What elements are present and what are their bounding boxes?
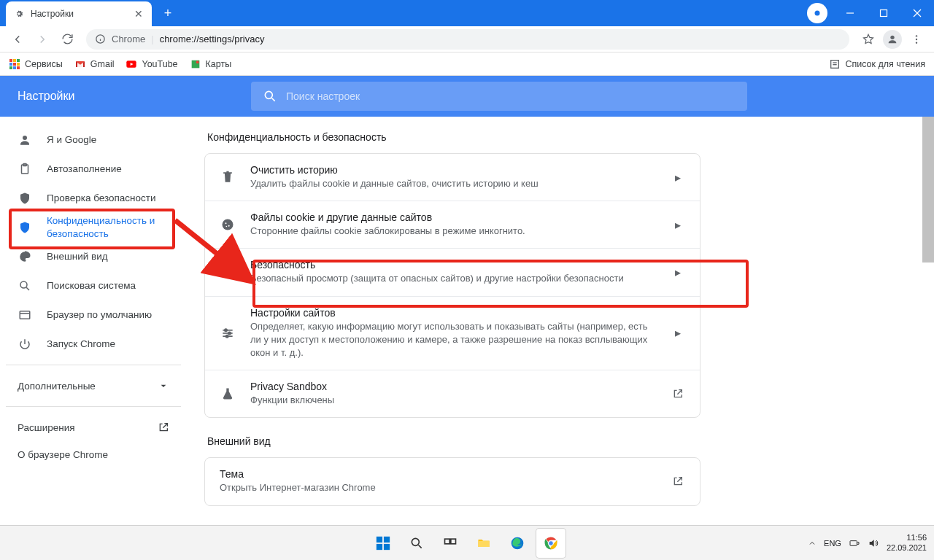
bookmark-youtube[interactable]: YouTube bbox=[126, 58, 177, 70]
row-subtitle: Сторонние файлы cookie заблокированы в р… bbox=[250, 225, 656, 238]
browser-tab[interactable]: Настройки ✕ bbox=[6, 1, 152, 26]
profile-avatar[interactable] bbox=[883, 30, 902, 49]
sidebar-item-label: Я и Google bbox=[47, 133, 96, 147]
gmail-icon bbox=[74, 58, 86, 70]
sidebar-extensions[interactable]: Расширения bbox=[6, 413, 181, 442]
svg-point-19 bbox=[23, 136, 27, 140]
svg-line-18 bbox=[272, 98, 275, 101]
sliders-icon bbox=[220, 325, 236, 341]
svg-point-27 bbox=[225, 223, 227, 225]
reading-list[interactable]: Список для чтения bbox=[829, 58, 925, 70]
chevron-right-icon: ▸ bbox=[671, 265, 685, 279]
new-tab-button[interactable]: + bbox=[158, 3, 178, 23]
url-separator: | bbox=[151, 34, 153, 44]
sidebar-item-label: Автозаполнение bbox=[47, 163, 122, 176]
cookie-icon bbox=[220, 217, 236, 233]
sidebar-divider bbox=[6, 365, 181, 365]
address-bar[interactable]: Chrome | chrome://settings/privacy bbox=[86, 29, 849, 50]
browser-toolbar: Chrome | chrome://settings/privacy bbox=[0, 26, 934, 52]
row-theme[interactable]: Тема Открыть Интернет-магазин Chrome bbox=[205, 458, 700, 505]
svg-rect-50 bbox=[850, 540, 857, 545]
sidebar-item-autofill[interactable]: Автозаполнение bbox=[6, 155, 181, 184]
svg-point-11 bbox=[916, 42, 917, 43]
forward-button[interactable] bbox=[31, 28, 54, 51]
settings-search[interactable] bbox=[251, 82, 747, 111]
row-cookies[interactable]: Файлы cookie и другие данные сайтов Стор… bbox=[205, 201, 700, 249]
window-controls bbox=[833, 0, 934, 26]
tray-date: 22.09.2021 bbox=[887, 543, 927, 553]
svg-rect-39 bbox=[377, 543, 382, 549]
menu-button[interactable] bbox=[905, 28, 928, 51]
row-clear-browsing-data[interactable]: Очистить историю Удалить файлы cookie и … bbox=[205, 154, 700, 201]
tray-clock[interactable]: 11:56 22.09.2021 bbox=[887, 533, 927, 552]
sidebar-item-label: Поисковая система bbox=[47, 279, 136, 292]
start-button[interactable] bbox=[368, 529, 398, 558]
reload-button[interactable] bbox=[55, 28, 79, 51]
sidebar-item-you-and-google[interactable]: Я и Google bbox=[6, 125, 181, 155]
reading-list-label: Список для чтения bbox=[845, 59, 925, 69]
scrollbar-thumb[interactable] bbox=[922, 117, 934, 262]
row-security[interactable]: Безопасность Безопасный просмотр (защита… bbox=[205, 249, 700, 296]
row-subtitle: Открыть Интернет-магазин Chrome bbox=[220, 481, 656, 494]
search-input[interactable] bbox=[286, 90, 736, 102]
sidebar-advanced-label: Дополнительные bbox=[18, 381, 96, 392]
row-site-settings[interactable]: Настройки сайтов Определяет, какую инфор… bbox=[205, 297, 700, 371]
sidebar-item-on-startup[interactable]: Запуск Chrome bbox=[6, 330, 181, 359]
close-window-button[interactable] bbox=[900, 0, 934, 26]
row-title: Файлы cookie и другие данные сайтов bbox=[250, 211, 656, 223]
search-icon bbox=[263, 89, 277, 104]
svg-point-13 bbox=[196, 61, 198, 63]
row-subtitle: Функции включены bbox=[250, 394, 656, 407]
bookmark-star-icon[interactable] bbox=[857, 28, 880, 51]
svg-line-23 bbox=[26, 287, 29, 290]
row-privacy-sandbox[interactable]: Privacy Sandbox Функции включены bbox=[205, 370, 700, 417]
svg-rect-38 bbox=[384, 536, 390, 542]
trash-icon bbox=[220, 169, 236, 185]
taskbar-search[interactable] bbox=[402, 529, 431, 558]
task-view[interactable] bbox=[436, 529, 465, 558]
tray-language[interactable]: ENG bbox=[824, 539, 841, 548]
tray-time: 11:56 bbox=[887, 533, 927, 542]
bookmark-maps[interactable]: Карты bbox=[190, 58, 232, 70]
row-subtitle: Безопасный просмотр (защита от опасных с… bbox=[250, 272, 656, 285]
external-link-icon bbox=[671, 475, 685, 487]
svg-point-28 bbox=[228, 225, 230, 227]
svg-point-29 bbox=[226, 226, 228, 228]
svg-point-33 bbox=[225, 329, 227, 331]
profile-chip[interactable] bbox=[807, 3, 827, 23]
privacy-card: Очистить историю Удалить файлы cookie и … bbox=[204, 153, 700, 418]
sidebar-item-label: Внешний вид bbox=[47, 250, 108, 263]
minimize-button[interactable] bbox=[833, 0, 867, 26]
sidebar-item-default-browser[interactable]: Браузер по умолчанию bbox=[6, 300, 181, 330]
row-title: Настройки сайтов bbox=[250, 307, 656, 319]
apps-shortcut[interactable]: Сервисы bbox=[9, 58, 63, 70]
sidebar-item-search-engine[interactable]: Поисковая система bbox=[6, 271, 181, 300]
close-tab-icon[interactable]: ✕ bbox=[133, 8, 144, 20]
tray-volume-icon[interactable] bbox=[868, 537, 879, 549]
chrome-browser[interactable] bbox=[536, 529, 566, 558]
row-subtitle: Определяет, какую информацию могут испол… bbox=[250, 320, 656, 360]
edge-browser[interactable] bbox=[503, 529, 532, 558]
tab-title: Настройки bbox=[31, 9, 127, 19]
bookmark-gmail[interactable]: Gmail bbox=[74, 58, 115, 70]
chevron-right-icon: ▸ bbox=[671, 218, 685, 232]
sidebar-item-appearance[interactable]: Внешний вид bbox=[6, 242, 181, 271]
clipboard-icon bbox=[18, 162, 32, 176]
file-explorer[interactable] bbox=[469, 529, 498, 558]
sidebar-item-privacy-security[interactable]: Конфиденциальность и безопасность bbox=[6, 213, 181, 242]
tray-network-icon[interactable] bbox=[849, 537, 860, 549]
sidebar-item-safety-check[interactable]: Проверка безопасности bbox=[6, 184, 181, 213]
sidebar-item-label: Конфиденциальность и безопасность bbox=[47, 214, 169, 240]
browser-icon bbox=[18, 308, 32, 322]
external-link-icon bbox=[158, 421, 169, 433]
svg-point-8 bbox=[890, 35, 894, 39]
tray-chevron[interactable] bbox=[808, 539, 817, 548]
sidebar-about[interactable]: О браузере Chrome bbox=[6, 442, 181, 468]
search-icon bbox=[18, 279, 32, 293]
row-title: Тема bbox=[220, 468, 656, 480]
power-icon bbox=[18, 337, 32, 351]
back-button[interactable] bbox=[6, 28, 29, 51]
maximize-button[interactable] bbox=[867, 0, 900, 26]
settings-title: Настройки bbox=[0, 90, 251, 103]
sidebar-advanced[interactable]: Дополнительные bbox=[6, 371, 181, 400]
